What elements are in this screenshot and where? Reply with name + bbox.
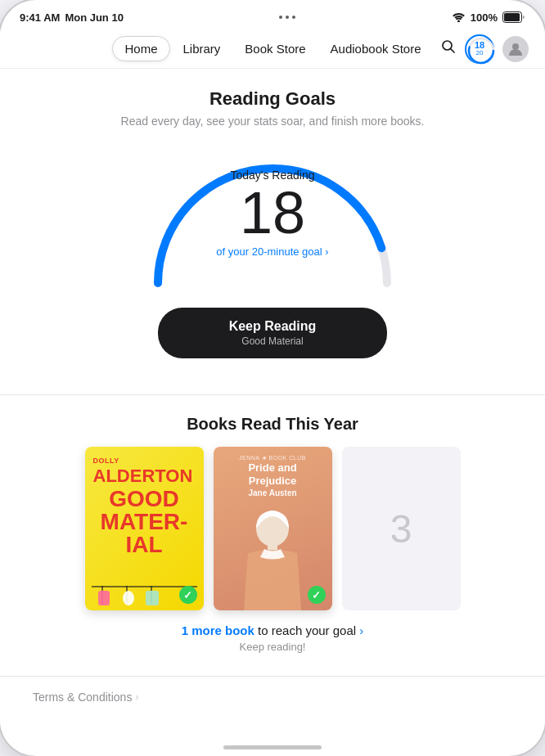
item-2 bbox=[123, 591, 134, 605]
book1-main-title-2: MATER- bbox=[93, 511, 196, 533]
status-right: 100% bbox=[452, 11, 525, 24]
dot-1 bbox=[279, 16, 282, 19]
profile-icon[interactable] bbox=[502, 36, 529, 62]
keep-reading-book-title: Good Material bbox=[207, 335, 338, 347]
book1-title: ALDERTON bbox=[93, 466, 196, 486]
nav-right: 18 20 bbox=[440, 34, 529, 64]
books-cta-highlight: 1 more book bbox=[182, 623, 254, 637]
status-bar: 9:41 AM Mon Jun 10 100% bbox=[0, 0, 545, 29]
status-time: 9:41 AM bbox=[20, 11, 60, 24]
book1-check-badge: ✓ bbox=[179, 586, 197, 604]
nav-item-home[interactable]: Home bbox=[112, 36, 169, 61]
nav-item-audiobookstore[interactable]: Audiobook Store bbox=[319, 37, 433, 61]
reading-badge-sub: 20 bbox=[476, 50, 484, 56]
reading-progress-badge[interactable]: 18 20 bbox=[465, 34, 494, 64]
book3-number: 3 bbox=[390, 506, 412, 551]
laundry-line bbox=[92, 586, 197, 587]
svg-line-4 bbox=[451, 49, 455, 53]
svg-point-0 bbox=[457, 20, 460, 23]
reading-gauge: Today's Reading 18 of your 20-minute goa… bbox=[133, 144, 412, 291]
terms-chevron: › bbox=[135, 691, 138, 703]
bottom-spacer bbox=[0, 714, 545, 747]
terms-link[interactable]: Terms & Conditions › bbox=[33, 691, 138, 704]
wifi-icon bbox=[452, 12, 466, 22]
reading-goals-subtitle: Read every day, see your stats soar, and… bbox=[33, 115, 512, 128]
keep-reading-button[interactable]: Keep Reading Good Material bbox=[158, 308, 387, 358]
item-3 bbox=[146, 591, 159, 605]
nav-bar: Home Library Book Store Audiobook Store … bbox=[0, 29, 545, 69]
terms-section: Terms & Conditions › bbox=[0, 676, 545, 714]
book2-series: JENNA ★ BOOK CLUB bbox=[222, 455, 324, 461]
reading-goals-section: Reading Goals Read every day, see your s… bbox=[0, 69, 545, 375]
books-cta[interactable]: 1 more book to reach your goal › bbox=[33, 623, 512, 637]
nav-item-bookstore[interactable]: Book Store bbox=[233, 37, 317, 61]
book1-author: DOLLY bbox=[93, 457, 196, 465]
search-icon[interactable] bbox=[440, 38, 457, 59]
battery-level: 100% bbox=[471, 11, 498, 24]
item-1 bbox=[98, 591, 110, 605]
status-center-dots bbox=[279, 16, 295, 19]
book1-main-title-3: IAL bbox=[93, 533, 196, 556]
books-cta-rest: to reach your goal bbox=[254, 623, 356, 637]
books-cta-sub: Keep reading! bbox=[33, 641, 512, 653]
book2-figure-svg bbox=[232, 488, 313, 610]
nav-item-library[interactable]: Library bbox=[172, 37, 232, 61]
book2-title: Pride andPrejudice bbox=[222, 461, 324, 487]
gauge-minutes: 18 bbox=[191, 183, 354, 242]
battery-icon bbox=[502, 11, 525, 23]
books-section: Books Read This Year DOLLY ALDERTON GOOD… bbox=[0, 415, 545, 669]
svg-point-7 bbox=[512, 43, 519, 50]
svg-rect-2 bbox=[504, 13, 520, 21]
keep-reading-label: Keep Reading bbox=[207, 319, 338, 334]
book-cover-2[interactable]: JENNA ★ BOOK CLUB Pride andPrejudice Jan… bbox=[214, 447, 332, 610]
book-cover-3: 3 bbox=[342, 447, 461, 610]
status-date: Mon Jun 10 bbox=[65, 11, 124, 24]
gauge-goal-label: of your 20-minute goal › bbox=[191, 245, 354, 258]
book-cover-1[interactable]: DOLLY ALDERTON GOOD MATER- IAL bbox=[85, 447, 204, 610]
ipad-frame: 9:41 AM Mon Jun 10 100% bbox=[0, 0, 545, 756]
main-content: Reading Goals Read every day, see your s… bbox=[0, 69, 545, 753]
reading-goals-title: Reading Goals bbox=[33, 88, 512, 110]
dot-3 bbox=[292, 16, 295, 19]
books-row: DOLLY ALDERTON GOOD MATER- IAL bbox=[33, 447, 512, 610]
gauge-goal-chevron[interactable]: › bbox=[325, 245, 328, 258]
home-indicator bbox=[223, 745, 322, 749]
dot-2 bbox=[286, 16, 289, 19]
book2-check-badge: ✓ bbox=[308, 586, 326, 604]
book1-main-title: GOOD bbox=[93, 488, 196, 511]
books-section-title: Books Read This Year bbox=[33, 415, 512, 434]
gauge-center: Today's Reading 18 of your 20-minute goa… bbox=[191, 169, 354, 258]
books-cta-chevron: › bbox=[356, 623, 363, 637]
section-divider bbox=[0, 394, 545, 395]
terms-label: Terms & Conditions bbox=[33, 691, 132, 704]
